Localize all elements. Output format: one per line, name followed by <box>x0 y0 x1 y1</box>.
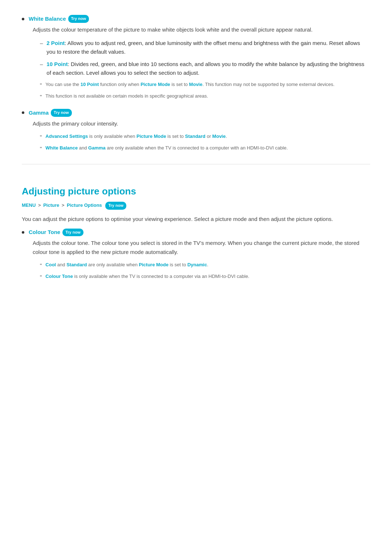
colour-tone-note-2-text: Colour Tone is only available when the T… <box>45 273 249 282</box>
gamma-title: Gamma <box>29 108 49 117</box>
movie-ref-2: Movie <box>212 134 226 139</box>
gamma-note-2: " White Balance and Gamma are only avail… <box>33 144 370 153</box>
advanced-settings-ref: Advanced Settings <box>45 134 88 139</box>
two-point-text: 2 Point: Allows you to adjust red, green… <box>46 39 370 56</box>
colour-tone-note-2: " Colour Tone is only available when the… <box>33 273 370 282</box>
white-balance-title: White Balance <box>29 15 66 23</box>
white-balance-note-1: " You can use the 10 Point function only… <box>33 81 370 90</box>
quote-mark-3: " <box>40 133 42 141</box>
gamma-note-1-text: Advanced Settings is only available when… <box>45 133 227 141</box>
ten-point-item: – 10 Point: Divides red, green, and blue… <box>33 60 370 77</box>
gamma-try-now[interactable]: Try now <box>51 109 72 117</box>
breadcrumb: MENU > Picture > Picture Options Try now <box>22 202 370 210</box>
movie-ref-1: Movie <box>189 82 203 87</box>
gamma-note-2-text: White Balance and Gamma are only availab… <box>45 144 287 153</box>
adjusting-try-now[interactable]: Try now <box>105 202 126 210</box>
bullet-dot-white-balance <box>22 18 24 20</box>
colour-tone-title: Colour Tone <box>29 228 60 237</box>
cool-ref: Cool <box>45 262 56 267</box>
colour-tone-description: Adjusts the colour tone. The colour tone… <box>33 239 370 257</box>
dash-symbol-1: – <box>40 39 43 56</box>
gamma-section: Gamma Try now Adjusts the primary colour… <box>22 108 370 153</box>
white-balance-note-2: " This function is not available on cert… <box>33 93 370 101</box>
white-balance-section: White Balance Try now Adjusts the colour… <box>22 15 370 101</box>
ten-point-description: : Divides red, green, and blue into 10 s… <box>46 61 364 76</box>
adjusting-description: You can adjust the picture options to op… <box>22 215 370 224</box>
quote-mark-5: " <box>40 261 42 270</box>
white-balance-description: Adjusts the colour temperature of the pi… <box>33 25 370 34</box>
colour-tone-section: Colour Tone Try now Adjusts the colour t… <box>22 228 370 282</box>
section-divider <box>22 164 370 164</box>
breadcrumb-menu: MENU <box>22 202 36 208</box>
quote-mark-6: " <box>40 273 42 282</box>
white-balance-try-now[interactable]: Try now <box>68 15 89 23</box>
quote-mark-1: " <box>40 81 42 90</box>
colour-tone-description-block: Adjusts the colour tone. The colour tone… <box>22 239 370 282</box>
breadcrumb-sep-2: > <box>62 202 66 208</box>
colour-tone-note-1: " Cool and Standard are only available w… <box>33 261 370 270</box>
bullet-dot-gamma <box>22 111 24 114</box>
standard-ref-2: Standard <box>66 262 87 267</box>
adjusting-section: Adjusting picture options MENU > Picture… <box>22 173 370 282</box>
quote-mark-4: " <box>40 144 42 153</box>
breadcrumb-picture-options: Picture Options <box>67 202 102 208</box>
white-balance-header: White Balance Try now <box>22 15 370 23</box>
white-balance-description-block: Adjusts the colour temperature of the pi… <box>22 25 370 101</box>
ten-point-ref: 10 Point <box>81 82 99 87</box>
gamma-header: Gamma Try now <box>22 108 370 117</box>
two-point-description: : Allows you to adjust red, green, and b… <box>46 40 360 55</box>
two-point-item: – 2 Point: Allows you to adjust red, gre… <box>33 39 370 56</box>
colour-tone-note-1-text: Cool and Standard are only available whe… <box>45 261 208 270</box>
breadcrumb-sep-1: > <box>38 202 42 208</box>
bullet-dot-colour-tone <box>22 231 24 234</box>
ten-point-text: 10 Point: Divides red, green, and blue i… <box>46 60 370 77</box>
gamma-ref: Gamma <box>88 145 106 151</box>
picture-mode-ref-1: Picture Mode <box>140 82 170 87</box>
gamma-description-block: Adjusts the primary colour intensity. " … <box>22 119 370 153</box>
colour-tone-try-now[interactable]: Try now <box>62 229 83 237</box>
breadcrumb-picture: Picture <box>43 202 59 208</box>
quote-mark-2: " <box>40 93 42 101</box>
picture-mode-ref-3: Picture Mode <box>139 262 169 267</box>
standard-ref: Standard <box>185 134 205 139</box>
picture-mode-ref-2: Picture Mode <box>136 134 166 139</box>
colour-tone-ref: Colour Tone <box>45 274 73 279</box>
gamma-note-1: " Advanced Settings is only available wh… <box>33 133 370 141</box>
dash-symbol-2: – <box>40 60 43 77</box>
gamma-description: Adjusts the primary colour intensity. <box>33 119 370 128</box>
two-point-label: 2 Point <box>46 40 65 46</box>
dynamic-ref: Dynamic <box>187 262 207 267</box>
white-balance-note-1-text: You can use the 10 Point function only w… <box>45 81 334 90</box>
adjusting-section-title: Adjusting picture options <box>22 173 370 199</box>
white-balance-ref-gamma: White Balance <box>45 145 78 151</box>
ten-point-label: 10 Point <box>46 61 68 67</box>
colour-tone-header: Colour Tone Try now <box>22 228 370 237</box>
white-balance-note-2-text: This function is not available on certai… <box>45 93 208 101</box>
